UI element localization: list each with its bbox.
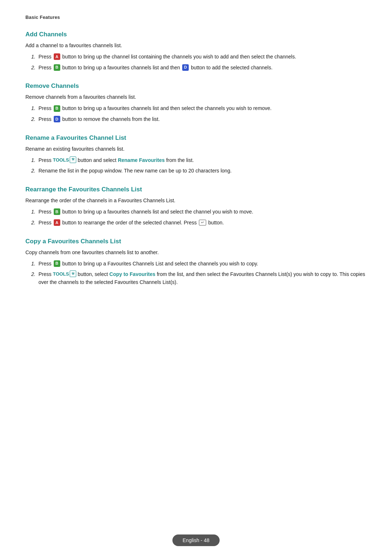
btn-a-icon: A (54, 219, 60, 226)
section-desc-copy-favourites: Copy channels from one favourites channe… (25, 249, 367, 256)
list-text: Press B button to bring up a favourites … (38, 208, 367, 216)
btn-b-icon: B (54, 208, 60, 215)
section-title-rearrange-favourites: Rearrange the Favourites Channels List (25, 186, 367, 193)
section-desc-remove-channels: Remove channels from a favourites channe… (25, 93, 367, 101)
return-icon: ↵ (199, 220, 206, 225)
section-desc-rename-favourites: Rename an existing favourites channels l… (25, 145, 367, 153)
list-number: 2. (25, 115, 38, 123)
list-number: 2. (25, 271, 38, 278)
btn-a-icon: A (54, 53, 60, 60)
link-text: Copy to Favourites (109, 271, 155, 277)
tools-icon: ⚒ (70, 156, 76, 163)
list-item: 2.Press A button to rearrange the order … (25, 219, 367, 227)
list-text: Rename the list in the popup window. The… (38, 167, 367, 175)
list-text: Press D button to remove the channels fr… (38, 115, 367, 123)
list-item: 2.Press B button to bring up a favourite… (25, 64, 367, 72)
list-item: 1.Press TOOLS⚒ button and select Rename … (25, 156, 367, 164)
section-copy-favourites: Copy a Favourites Channels ListCopy chan… (25, 238, 367, 286)
list-text: Press TOOLS⚒ button and select Rename Fa… (38, 156, 367, 164)
tools-button: TOOLS⚒ (53, 156, 77, 164)
btn-d-icon: D (54, 116, 60, 122)
list-number: 1. (25, 156, 38, 164)
btn-d-icon: D (182, 64, 189, 71)
list-number: 2. (25, 167, 38, 175)
list-item: 2.Press TOOLS⚒ button, select Copy to Fa… (25, 271, 367, 286)
section-title-rename-favourites: Rename a Favourites Channel List (25, 134, 367, 142)
list-number: 2. (25, 64, 38, 72)
link-text: Rename Favourites (118, 157, 165, 163)
list-item: 1.Press B button to bring up a favourite… (25, 105, 367, 113)
btn-b-icon: B (54, 64, 60, 71)
section-desc-add-channels: Add a channel to a favourites channels l… (25, 42, 367, 49)
tools-button: TOOLS⚒ (53, 271, 77, 278)
tools-icon: ⚒ (70, 271, 76, 277)
section-rename-favourites: Rename a Favourites Channel ListRename a… (25, 134, 367, 175)
section-remove-channels: Remove ChannelsRemove channels from a fa… (25, 82, 367, 123)
list-text: Press TOOLS⚒ button, select Copy to Favo… (38, 271, 367, 286)
section-desc-rearrange-favourites: Rearrange the order of the channels in a… (25, 197, 367, 204)
footer-badge: English - 48 (172, 534, 220, 546)
list-text: Press B button to bring up a favourites … (38, 105, 367, 113)
btn-b-icon: B (54, 105, 60, 112)
list-text: Press A button to rearrange the order of… (38, 219, 367, 227)
list-item: 1.Press A button to bring up the channel… (25, 53, 367, 61)
section-rearrange-favourites: Rearrange the Favourites Channels ListRe… (25, 186, 367, 227)
list-number: 1. (25, 208, 38, 216)
list-text: Press B button to bring up a favourites … (38, 64, 367, 72)
list-text: Press B button to bring up a Favourites … (38, 260, 367, 268)
list-item: 2.Press D button to remove the channels … (25, 115, 367, 123)
section-title-copy-favourites: Copy a Favourites Channels List (25, 238, 367, 245)
list-text: Press A button to bring up the channel l… (38, 53, 367, 61)
list-number: 2. (25, 219, 38, 227)
page-category: Basic Features (25, 15, 367, 20)
list-number: 1. (25, 105, 38, 112)
list-item: 1.Press B button to bring up a favourite… (25, 208, 367, 216)
section-add-channels: Add ChannelsAdd a channel to a favourite… (25, 31, 367, 72)
list-item: 1.Press B button to bring up a Favourite… (25, 260, 367, 268)
section-title-remove-channels: Remove Channels (25, 82, 367, 90)
list-item: 2.Rename the list in the popup window. T… (25, 167, 367, 175)
section-title-add-channels: Add Channels (25, 31, 367, 38)
list-number: 1. (25, 260, 38, 268)
list-number: 1. (25, 53, 38, 61)
btn-b-icon: B (54, 260, 60, 267)
